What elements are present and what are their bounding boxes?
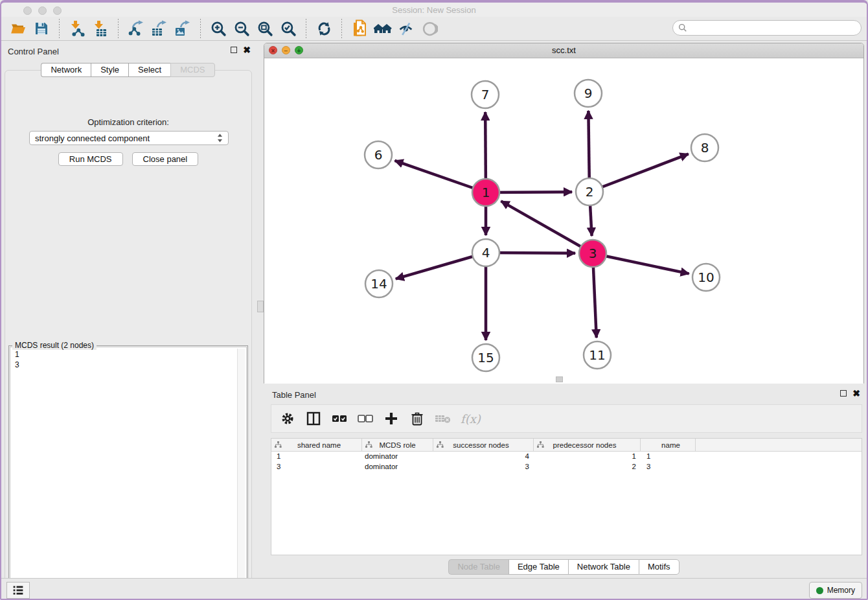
- cell-successor-nodes[interactable]: 3: [433, 462, 534, 472]
- graph-edge-1-6[interactable]: [394, 161, 486, 192]
- tab-network[interactable]: Network: [41, 63, 91, 77]
- graph-edge-2-8[interactable]: [589, 154, 689, 192]
- toolbar-separator: [341, 19, 342, 38]
- panel-split-divider[interactable]: [256, 43, 264, 571]
- graph-edge-3-1[interactable]: [501, 201, 593, 253]
- column-type-icon: [437, 441, 444, 448]
- table-row[interactable]: 3 dominator 3 2 3: [271, 462, 862, 472]
- first-neighbors-icon[interactable]: [373, 19, 393, 38]
- delete-column-icon[interactable]: [409, 410, 426, 427]
- mcds-result-text[interactable]: 1 3: [10, 347, 247, 589]
- control-panel-tabs: Network Style Select MCDS: [0, 63, 256, 77]
- export-network-icon[interactable]: [126, 19, 146, 38]
- node-table[interactable]: shared name MCDS role successor nodes pr…: [271, 438, 862, 555]
- network-canvas[interactable]: 7968124314101511: [264, 58, 863, 384]
- graph-node-label-7: 7: [481, 87, 490, 102]
- column-header-mcds-role[interactable]: MCDS role: [362, 439, 433, 451]
- show-all-graphics-icon[interactable]: [420, 19, 439, 38]
- status-bar: Memory: [0, 578, 868, 600]
- open-file-icon[interactable]: [8, 19, 28, 38]
- graph-node-label-15: 15: [477, 350, 494, 365]
- task-history-button[interactable]: [6, 582, 30, 599]
- tab-edge-table[interactable]: Edge Table: [508, 559, 568, 575]
- result-line: 1: [15, 349, 246, 360]
- list-icon: [12, 584, 25, 596]
- cell-predecessor-nodes[interactable]: 1: [534, 452, 641, 462]
- divider-grip[interactable]: [257, 301, 264, 312]
- tab-mcds[interactable]: MCDS: [170, 63, 214, 77]
- tab-network-table[interactable]: Network Table: [568, 559, 639, 575]
- show-column-panel-icon[interactable]: [305, 410, 322, 427]
- graph-node-label-6: 6: [374, 147, 383, 163]
- import-table-icon[interactable]: [91, 19, 110, 38]
- select-all-columns-icon[interactable]: [331, 410, 348, 427]
- cell-mcds-role[interactable]: dominator: [362, 452, 433, 462]
- close-panel-button[interactable]: Close panel: [132, 152, 199, 166]
- apply-layout-icon[interactable]: [314, 19, 334, 38]
- cell-successor-nodes[interactable]: 4: [433, 452, 534, 462]
- close-panel-icon[interactable]: ✖: [243, 47, 251, 53]
- cell-name[interactable]: 1: [641, 452, 696, 462]
- float-panel-icon[interactable]: [231, 47, 237, 53]
- graph-edge-3-10[interactable]: [593, 253, 689, 273]
- search-input[interactable]: [691, 23, 861, 33]
- cell-predecessor-nodes[interactable]: 2: [534, 462, 641, 472]
- graph-node-label-4: 4: [482, 245, 490, 260]
- title-bar: Session: New Session: [0, 3, 868, 17]
- clone-network-icon[interactable]: [350, 19, 369, 38]
- float-table-panel-icon[interactable]: [840, 390, 847, 397]
- column-header-predecessor-nodes[interactable]: predecessor nodes: [534, 439, 641, 451]
- toolbar-separator: [118, 19, 119, 38]
- zoom-selected-icon[interactable]: [279, 19, 298, 38]
- save-session-icon[interactable]: [32, 19, 51, 38]
- search-box[interactable]: [672, 20, 862, 36]
- control-panel: Control Panel ✖ Optimization criterion: …: [0, 43, 256, 571]
- memory-button[interactable]: Memory: [809, 582, 862, 599]
- cell-shared-name[interactable]: 1: [271, 452, 362, 462]
- network-graph[interactable]: 7968124314101511: [264, 58, 863, 382]
- result-scrollbar[interactable]: [237, 349, 245, 587]
- close-table-panel-icon[interactable]: ✖: [852, 390, 860, 397]
- control-panel-header: Control Panel ✖: [0, 43, 256, 60]
- function-builder-icon: f(x): [461, 412, 481, 426]
- network-window-titlebar[interactable]: × − + scc.txt: [264, 43, 863, 58]
- column-type-icon: [537, 441, 544, 448]
- canvas-scrollbar-handle[interactable]: [556, 376, 563, 382]
- criterion-select[interactable]: strongly connected component: [29, 131, 229, 145]
- tab-node-table[interactable]: Node Table: [448, 559, 508, 575]
- column-header-successor-nodes[interactable]: successor nodes: [433, 439, 534, 451]
- table-panel-tabs: Node Table Edge Table Network Table Moti…: [264, 559, 864, 575]
- tab-style[interactable]: Style: [91, 63, 128, 77]
- cell-name[interactable]: 3: [641, 462, 696, 472]
- window-title: Session: New Session: [0, 5, 868, 15]
- column-header-shared-name[interactable]: shared name: [271, 439, 362, 451]
- network-view-window: × − + scc.txt 7968124314101511: [264, 43, 864, 384]
- import-network-icon[interactable]: [67, 19, 87, 38]
- export-image-icon[interactable]: [173, 19, 192, 38]
- tab-motifs[interactable]: Motifs: [639, 559, 680, 575]
- table-panel-title: Table Panel: [272, 390, 316, 400]
- deselect-all-columns-icon[interactable]: [357, 410, 374, 427]
- mcds-result-title: MCDS result (2 nodes): [12, 341, 97, 350]
- toolbar-separator: [200, 19, 201, 38]
- table-settings-gear-icon[interactable]: [279, 410, 296, 427]
- select-stepper-icon: [217, 133, 223, 143]
- run-mcds-button[interactable]: Run MCDS: [58, 152, 123, 166]
- table-row[interactable]: 1 dominator 4 1 1: [271, 452, 862, 462]
- graph-node-label-9: 9: [584, 86, 593, 101]
- graph-node-label-11: 11: [589, 347, 605, 363]
- column-type-icon: [365, 441, 372, 448]
- hide-selected-icon[interactable]: [396, 19, 416, 38]
- export-table-icon[interactable]: [150, 19, 169, 38]
- create-column-icon[interactable]: [383, 410, 400, 427]
- table-panel-header: Table Panel ✖: [264, 386, 864, 403]
- column-header-name[interactable]: name: [641, 439, 696, 451]
- cell-shared-name[interactable]: 3: [271, 462, 362, 472]
- tab-select[interactable]: Select: [128, 63, 170, 77]
- zoom-out-icon[interactable]: [232, 19, 251, 38]
- control-panel-title: Control Panel: [8, 47, 59, 56]
- memory-label: Memory: [827, 586, 855, 595]
- zoom-in-icon[interactable]: [209, 19, 228, 38]
- cell-mcds-role[interactable]: dominator: [362, 462, 433, 472]
- zoom-fit-icon[interactable]: [255, 19, 275, 38]
